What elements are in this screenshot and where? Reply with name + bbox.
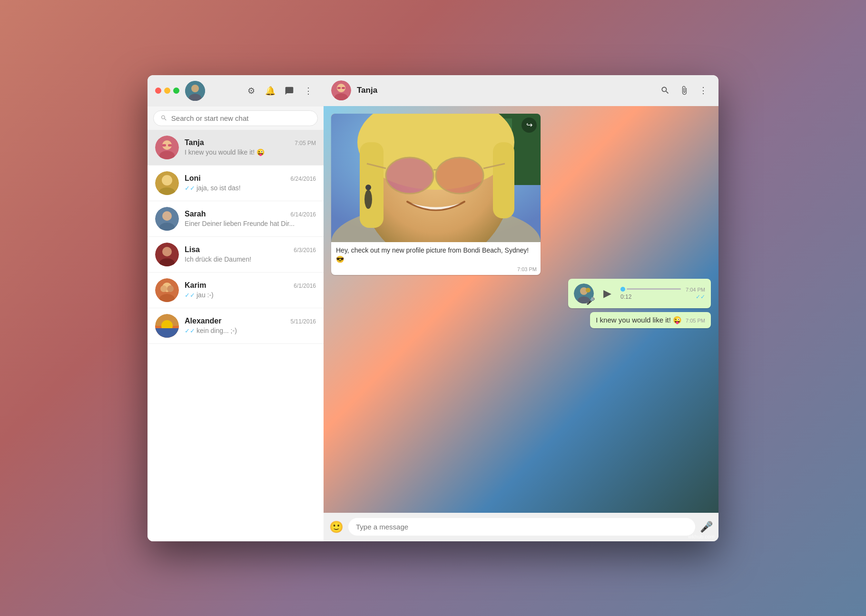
svg-point-1 [191, 85, 199, 92]
chat-item-tanja[interactable]: Tanja 7:05 PM I knew you would like it! … [148, 130, 324, 166]
chat-name-karim: Karim [185, 281, 206, 290]
chat-input-area: 🙂 🎤 [324, 513, 718, 541]
text-message: I knew you would like it! 😜 7:05 PM [590, 312, 711, 328]
text-bubble: I knew you would like it! 😜 7:05 PM [590, 312, 711, 328]
svg-point-21 [160, 285, 167, 292]
svg-point-9 [162, 175, 172, 186]
gear-icon[interactable]: ⚙ [244, 83, 259, 98]
voice-double-tick: ✓✓ [696, 293, 705, 300]
user-avatar[interactable] [185, 81, 205, 101]
svg-rect-6 [162, 144, 166, 147]
chat-top-sarah: Sarah 6/14/2016 [185, 210, 316, 218]
voice-bubble: 🎤 ▶ 0:12 7:04 PM ✓✓ [568, 279, 711, 308]
chat-preview-loni: ✓✓ jaja, so ist das! [185, 184, 316, 192]
avatar-tanja [155, 136, 179, 159]
chat-header-icons: ⋮ [658, 83, 711, 98]
chat-header-avatar[interactable] [331, 80, 351, 100]
chat-top-loni: Loni 6/24/2016 [185, 174, 316, 183]
search-wrapper[interactable] [153, 110, 318, 126]
search-input[interactable] [171, 114, 311, 122]
voice-meta: 7:04 PM ✓✓ [686, 287, 705, 300]
more-chat-icon[interactable]: ⋮ [696, 83, 711, 98]
chat-name-loni: Loni [185, 174, 201, 183]
chat-info-lisa: Lisa 6/3/2016 Ich drück die Daumen! [185, 245, 316, 263]
chat-background: ↪ Hey, check out my new profile picture … [324, 106, 718, 513]
close-button[interactable] [155, 88, 161, 94]
chat-time-sarah: 6/14/2016 [291, 211, 316, 218]
voice-track [627, 288, 681, 290]
svg-point-16 [162, 247, 172, 256]
attach-icon[interactable] [677, 83, 692, 98]
chat-preview-tanja: I knew you would like it! 😜 [185, 148, 316, 156]
voice-position-dot [620, 287, 625, 292]
avatar-loni [155, 171, 179, 195]
chat-item-karim[interactable]: Karim 6/1/2016 ✓✓ jau :-) [148, 273, 324, 308]
chat-info-tanja: Tanja 7:05 PM I knew you would like it! … [185, 138, 316, 156]
voice-progress: 0:12 [620, 287, 681, 300]
chat-list: Tanja 7:05 PM I knew you would like it! … [148, 130, 324, 541]
maximize-button[interactable] [173, 88, 179, 94]
svg-rect-30 [337, 87, 341, 89]
svg-rect-38 [360, 142, 384, 228]
chat-info-karim: Karim 6/1/2016 ✓✓ jau :-) [185, 281, 316, 299]
chat-info-sarah: Sarah 6/14/2016 Einer Deiner lieben Freu… [185, 210, 316, 227]
app-window: ⚙ 🔔 ⋮ [148, 75, 718, 541]
avatar-lisa [155, 243, 179, 266]
chat-item-lisa[interactable]: Lisa 6/3/2016 Ich drück die Daumen! [148, 237, 324, 273]
chat-time-loni: 6/24/2016 [291, 176, 316, 182]
chat-info-alexander: Alexander 5/11/2016 ✓✓ kein ding... ;-) [185, 317, 316, 334]
svg-point-47 [365, 185, 371, 190]
text-time: 7:05 PM [686, 318, 705, 323]
chat-top-lisa: Lisa 6/3/2016 [185, 245, 316, 254]
svg-rect-31 [342, 87, 345, 89]
chat-preview-karim: ✓✓ jau :-) [185, 291, 316, 299]
svg-point-22 [167, 285, 174, 292]
watermark: wkhub.com [688, 534, 715, 539]
chat-time-tanja: 7:05 PM [295, 140, 316, 147]
chat-item-alexander[interactable]: Alexander 5/11/2016 ✓✓ kein ding... ;-) [148, 308, 324, 344]
voice-time: 7:04 PM [686, 287, 705, 293]
chat-top-karim: Karim 6/1/2016 [185, 281, 316, 290]
photo-image[interactable]: ↪ [331, 114, 541, 242]
play-button[interactable]: ▶ [599, 285, 616, 302]
more-icon[interactable]: ⋮ [301, 83, 316, 98]
photo-text: Hey, check out my new profile picture fr… [331, 242, 541, 266]
left-header: ⚙ 🔔 ⋮ [148, 75, 324, 107]
emoji-button[interactable]: 🙂 [329, 520, 344, 534]
avatar-alexander [155, 314, 179, 338]
message-input[interactable] [348, 518, 695, 536]
svg-rect-7 [168, 144, 172, 147]
right-panel: Tanja ⋮ [324, 75, 718, 541]
chat-time-lisa: 6/3/2016 [294, 247, 316, 254]
svg-rect-39 [493, 142, 514, 218]
voice-duration-label: 0:12 [620, 293, 681, 300]
search-chat-icon[interactable] [658, 83, 673, 98]
double-tick-alexander: ✓✓ [185, 327, 195, 334]
svg-point-48 [364, 190, 372, 209]
chat-preview-sarah: Einer Deiner lieben Freunde hat Dir... [185, 220, 316, 227]
text-content: I knew you would like it! 😜 [596, 316, 682, 324]
avatar-karim [155, 278, 179, 302]
mic-indicator: 🎤 [586, 297, 595, 305]
forward-icon[interactable]: ↪ [522, 117, 537, 133]
mic-button[interactable]: 🎤 [700, 521, 713, 533]
minimize-button[interactable] [164, 88, 170, 94]
chat-item-loni[interactable]: Loni 6/24/2016 ✓✓ jaja, so ist das! [148, 166, 324, 201]
chat-top-alexander: Alexander 5/11/2016 [185, 317, 316, 325]
search-bar [148, 107, 324, 130]
messages-container: ↪ Hey, check out my new profile picture … [331, 114, 711, 328]
bell-icon[interactable]: 🔔 [263, 83, 278, 98]
chat-item-sarah[interactable]: Sarah 6/14/2016 Einer Deiner lieben Freu… [148, 201, 324, 237]
chat-preview-alexander: ✓✓ kein ding... ;-) [185, 327, 316, 334]
chat-info-loni: Loni 6/24/2016 ✓✓ jaja, so ist das! [185, 174, 316, 192]
photo-message: ↪ Hey, check out my new profile picture … [331, 114, 541, 275]
new-chat-icon[interactable] [282, 83, 297, 98]
left-panel: ⚙ 🔔 ⋮ [148, 75, 324, 541]
svg-point-13 [162, 211, 172, 221]
chat-header: Tanja ⋮ [324, 75, 718, 106]
photo-time: 7:03 PM [331, 266, 541, 275]
voice-waveform [620, 287, 681, 292]
chat-name-alexander: Alexander [185, 317, 221, 325]
photo-bubble: ↪ Hey, check out my new profile picture … [331, 114, 541, 275]
window-controls [155, 88, 179, 94]
